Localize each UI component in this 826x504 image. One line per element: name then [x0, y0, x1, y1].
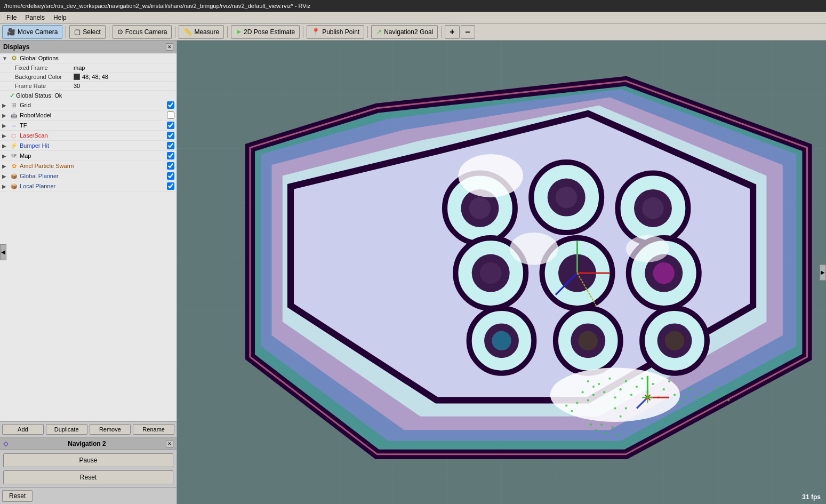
tree-item-map[interactable]: ▶ 🗺 Map [0, 151, 177, 161]
nav2-close-button[interactable]: ✕ [166, 440, 173, 447]
main-area: Displays ✕ ▼ ⚙ Global Options Fixed Fram… [0, 41, 826, 504]
svg-point-73 [652, 383, 654, 385]
svg-point-82 [684, 396, 686, 398]
select-button[interactable]: ▢ Select [69, 25, 105, 39]
nav2-goal-icon: ↗ [376, 28, 382, 36]
publish-point-icon: 📍 [311, 28, 320, 36]
menu-file[interactable]: File [2, 13, 21, 22]
robotmodel-icon: 🤖 [10, 111, 18, 119]
nav2-reset-button[interactable]: Reset [3, 470, 173, 484]
amcl-checkbox[interactable] [167, 162, 174, 170]
laserscan-icon: ◌ [10, 131, 18, 140]
rename-display-button[interactable]: Rename [133, 424, 174, 435]
tree-item-global-options[interactable]: ▼ ⚙ Global Options [0, 53, 177, 63]
svg-point-85 [701, 391, 703, 393]
robotmodel-checkbox[interactable] [167, 111, 174, 119]
global-options-label: Global Options [20, 55, 174, 61]
grid-label: Grid [20, 102, 167, 108]
bg-color-val[interactable]: 48; 48; 48 [74, 74, 108, 80]
laserscan-checkbox[interactable] [167, 132, 174, 139]
displays-tree[interactable]: ▼ ⚙ Global Options Fixed Frame map Backg… [0, 53, 177, 421]
tf-checkbox[interactable] [167, 122, 174, 129]
toolbar-sep-3 [175, 26, 175, 38]
nav2-body: Pause Reset [0, 450, 177, 487]
tree-item-local-planner[interactable]: ▶ 📦 Local Planner [0, 181, 177, 191]
nav2-panel: ◇ Navigation 2 ✕ Pause Reset [0, 437, 177, 487]
focus-camera-button[interactable]: ⊙ Focus Camera [113, 25, 172, 39]
tree-item-grid[interactable]: ▶ ⊞ Grid [0, 100, 177, 110]
svg-point-57 [458, 154, 523, 197]
bumper-hit-checkbox[interactable] [167, 142, 174, 149]
svg-point-58 [510, 233, 558, 265]
remove-display-button[interactable]: Remove [90, 424, 131, 435]
menu-help[interactable]: Help [49, 13, 71, 22]
svg-point-53 [579, 331, 598, 351]
fixed-frame-val[interactable]: map [74, 65, 85, 71]
global-status-label: Global Status: Ok [16, 92, 174, 99]
tree-item-amcl[interactable]: ▶ ✿ Amcl Particle Swarm [0, 161, 177, 171]
svg-point-102 [617, 434, 619, 436]
duplicate-display-button[interactable]: Duplicate [46, 424, 87, 435]
measure-button[interactable]: 📏 Measure [179, 25, 224, 39]
2d-pose-button[interactable]: ➤ 2D Pose Estimate [231, 25, 300, 39]
measure-icon: 📏 [183, 28, 192, 36]
global-planner-icon: 📦 [10, 172, 18, 180]
tf-expand-icon: ▶ [2, 123, 9, 129]
svg-point-65 [608, 378, 611, 380]
reset-button[interactable]: Reset [2, 490, 33, 502]
amcl-label: Amcl Particle Swarm [20, 163, 167, 169]
displays-close-button[interactable]: ✕ [166, 43, 173, 51]
tree-item-laserscan[interactable]: ▶ ◌ LaserScan [0, 131, 177, 141]
svg-point-81 [679, 402, 681, 404]
measure-label: Measure [194, 28, 219, 36]
tree-item-tf[interactable]: ▶ ↔ TF [0, 121, 177, 131]
collapse-panel-handle[interactable]: ◀ [0, 244, 6, 260]
prop-bg-color: Background Color 48; 48; 48 [0, 73, 177, 82]
svg-point-77 [582, 391, 584, 393]
focus-camera-label: Focus Camera [125, 28, 167, 36]
tree-item-global-status[interactable]: ✓ Global Status: Ok [0, 91, 177, 100]
global-planner-expand-icon: ▶ [2, 173, 9, 179]
svg-point-32 [556, 187, 578, 209]
nav2-goal-button[interactable]: ↗ Navigation2 Goal [371, 25, 438, 39]
tree-item-robotmodel[interactable]: ▶ 🤖 RobotModel [0, 110, 177, 121]
local-planner-checkbox[interactable] [167, 182, 174, 190]
grid-checkbox[interactable] [167, 101, 174, 109]
expand-panel-handle[interactable]: ▶ [820, 265, 826, 281]
svg-point-89 [722, 394, 724, 396]
svg-point-78 [587, 399, 589, 401]
rviz-viewport-svg [177, 41, 826, 504]
bottom-bar: Reset [0, 487, 177, 504]
menu-panels[interactable]: Panels [21, 13, 49, 22]
global-options-expand-icon: ▼ [2, 55, 9, 61]
add-overlay-button[interactable]: + [445, 25, 459, 39]
remove-overlay-button[interactable]: – [461, 25, 475, 39]
global-options-icon: ⚙ [10, 54, 18, 62]
svg-point-76 [668, 380, 670, 382]
frame-rate-val[interactable]: 30 [74, 83, 80, 89]
robotmodel-label: RobotModel [20, 112, 167, 118]
add-display-button[interactable]: Add [2, 424, 44, 435]
svg-point-63 [598, 383, 600, 385]
move-camera-button[interactable]: 🎥 Move Camera [2, 25, 62, 39]
2d-pose-label: 2D Pose Estimate [244, 28, 295, 36]
map-checkbox[interactable] [167, 152, 174, 159]
nav2-icon: ◇ [3, 440, 8, 447]
laserscan-expand-icon: ▶ [2, 133, 9, 139]
global-planner-checkbox[interactable] [167, 172, 174, 180]
tree-item-bumper-hit[interactable]: ▶ ⚡ Bumper Hit [0, 141, 177, 151]
svg-point-68 [625, 380, 627, 382]
svg-point-29 [469, 197, 491, 219]
local-planner-icon: 📦 [10, 182, 18, 190]
grid-expand-icon: ▶ [2, 102, 9, 108]
viewport[interactable]: 31 fps ▶ [177, 41, 826, 504]
pause-button[interactable]: Pause [3, 453, 173, 467]
svg-point-97 [590, 423, 592, 426]
toolbar-sep-4 [227, 26, 228, 38]
prop-frame-rate: Frame Rate 30 [0, 82, 177, 91]
svg-point-87 [711, 394, 713, 396]
select-icon: ▢ [74, 28, 81, 36]
prop-fixed-frame: Fixed Frame map [0, 63, 177, 73]
publish-point-button[interactable]: 📍 Publish Point [307, 25, 364, 39]
tree-item-global-planner[interactable]: ▶ 📦 Global Planner [0, 171, 177, 181]
